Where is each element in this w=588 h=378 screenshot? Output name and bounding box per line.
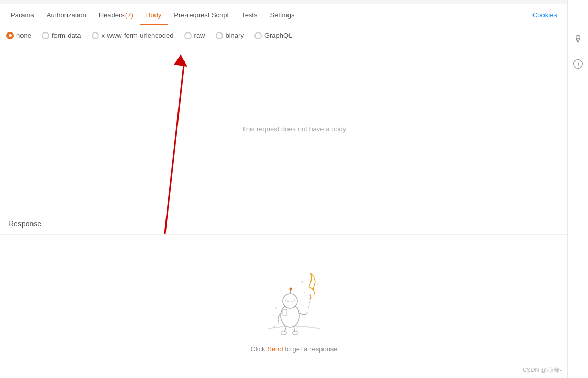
radio-dot-form-data	[42, 32, 49, 39]
svg-point-2	[576, 35, 580, 39]
tab-settings[interactable]: Settings	[263, 6, 301, 24]
body-type-bar: none form-data x-www-form-urlencoded raw…	[0, 26, 588, 45]
empty-body-message: This request does not have a body	[242, 125, 346, 133]
tab-params[interactable]: Params	[4, 6, 40, 24]
radio-raw[interactable]: raw	[184, 31, 205, 39]
info-icon[interactable]	[571, 57, 585, 71]
tab-tests[interactable]: Tests	[235, 6, 263, 24]
svg-marker-1	[174, 54, 187, 67]
tab-authorization[interactable]: Authorization	[40, 6, 93, 24]
response-section: Response ⌄	[0, 213, 588, 378]
annotation-arrow	[0, 45, 567, 239]
cookies-button[interactable]: Cookies	[528, 9, 561, 21]
svg-point-21	[317, 284, 318, 285]
response-header: Response ⌄	[0, 213, 588, 235]
radio-urlencoded[interactable]: x-www-form-urlencoded	[92, 31, 174, 39]
right-sidebar	[567, 0, 588, 378]
radio-dot-none	[6, 32, 14, 39]
send-message: Click Send to get a response	[250, 345, 337, 353]
tab-headers[interactable]: Headers(7)	[93, 6, 140, 24]
svg-point-20	[301, 281, 303, 282]
radio-form-data[interactable]: form-data	[42, 31, 81, 39]
bottom-credit: CSDN @-耿瑞-	[523, 366, 562, 374]
svg-point-16	[275, 307, 276, 308]
svg-point-10	[283, 294, 297, 308]
response-title: Response	[8, 219, 41, 228]
radio-none[interactable]: none	[6, 31, 31, 39]
radio-binary[interactable]: binary	[216, 31, 244, 39]
svg-point-17	[273, 315, 274, 316]
svg-line-0	[165, 61, 184, 234]
svg-point-18	[278, 323, 279, 324]
response-content: Click Send to get a response	[0, 235, 588, 378]
lightbulb-icon[interactable]	[571, 31, 585, 46]
radio-dot-graphql	[254, 32, 262, 39]
tab-body[interactable]: Body	[140, 6, 168, 24]
radio-dot-binary	[216, 32, 223, 39]
top-bar	[0, 0, 588, 4]
send-link: Send	[267, 345, 283, 353]
tab-bar: Params Authorization Headers(7) Body Pre…	[0, 4, 588, 26]
svg-point-19	[273, 325, 275, 327]
radio-dot-urlencoded	[92, 32, 99, 39]
svg-rect-13	[283, 309, 287, 316]
main-content: This request does not have a body	[0, 45, 588, 213]
astronaut-illustration	[252, 263, 336, 337]
radio-graphql[interactable]: GraphQL	[254, 31, 292, 39]
svg-point-11	[281, 331, 287, 335]
svg-point-22	[304, 292, 305, 293]
svg-point-12	[292, 331, 298, 335]
tab-pre-request-script[interactable]: Pre-request Script	[168, 6, 235, 24]
svg-point-15	[289, 287, 292, 290]
radio-dot-raw	[184, 32, 192, 39]
